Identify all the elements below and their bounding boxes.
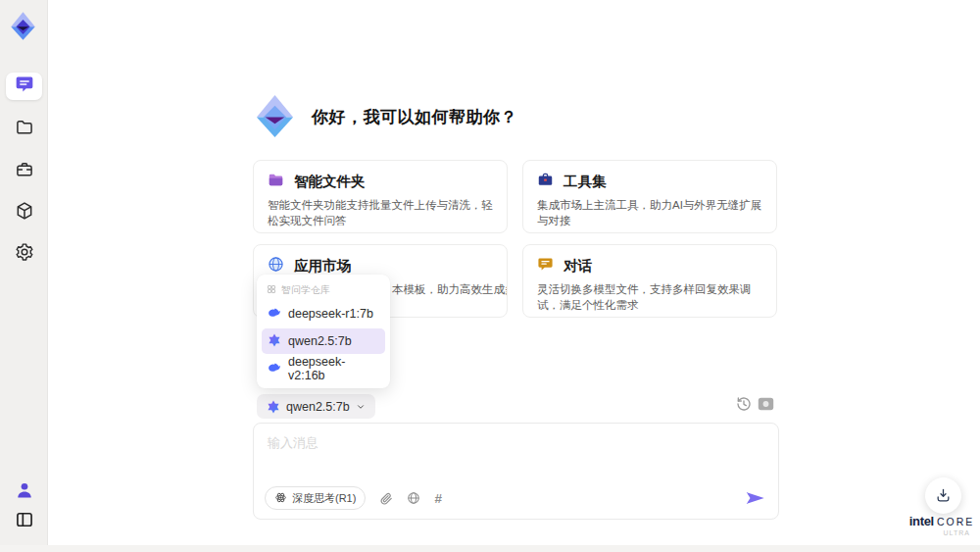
navy-briefcase-icon xyxy=(537,172,554,192)
web-search-button[interactable] xyxy=(407,491,420,505)
screen-record-icon xyxy=(758,397,774,411)
deep-think-toggle[interactable]: 深度思考(R1) xyxy=(265,486,366,510)
attach-file-button[interactable] xyxy=(379,491,393,505)
model-selector-label: qwen2.5:7b xyxy=(286,400,350,414)
model-dropdown-header-label: 智问学仓库 xyxy=(281,283,330,297)
model-option-label: qwen2.5:7b xyxy=(288,334,352,348)
sidebar xyxy=(0,0,48,552)
model-option-qwen[interactable]: qwen2.5:7b xyxy=(262,328,385,354)
model-dropdown-header: 智问学仓库 xyxy=(262,279,385,299)
intel-core-badge: intel core ultra xyxy=(906,514,978,536)
sidebar-item-models[interactable] xyxy=(6,199,42,226)
download-icon xyxy=(935,487,952,504)
briefcase-icon xyxy=(15,160,34,183)
purple-folder-icon xyxy=(268,172,284,192)
sidebar-item-folders[interactable] xyxy=(6,116,42,143)
layout-panel-icon xyxy=(15,510,34,533)
intel-product-text: core xyxy=(937,516,974,527)
sidebar-item-settings[interactable] xyxy=(6,240,42,268)
globe-icon xyxy=(407,491,420,505)
greeting-text: 你好，我可以如何帮助你？ xyxy=(312,106,517,128)
prompt-library-button[interactable]: # xyxy=(434,491,442,506)
card-title: 应用市场 xyxy=(294,257,351,276)
history-button[interactable] xyxy=(736,396,752,412)
window-bottom-edge xyxy=(0,545,980,552)
model-option-label: deepseek-r1:7b xyxy=(288,307,373,321)
cube-icon xyxy=(15,201,34,225)
send-button[interactable] xyxy=(745,489,765,507)
input-toolbar: 深度思考(R1) # xyxy=(265,486,765,510)
app-logo-icon xyxy=(8,11,38,41)
paperclip-icon xyxy=(379,491,393,505)
intel-brand-text: intel xyxy=(909,514,934,528)
card-title: 工具集 xyxy=(564,173,607,191)
qwen-logo-icon xyxy=(267,400,280,414)
chat-input-placeholder: 输入消息 xyxy=(268,434,318,452)
model-selector[interactable]: qwen2.5:7b xyxy=(257,394,375,419)
card-description: 智能文件夹功能支持批量文件上传与清洗，轻松实现文件问答 xyxy=(268,197,493,228)
card-title: 智能文件夹 xyxy=(294,173,366,191)
blue-globe-icon xyxy=(268,256,284,276)
sidebar-item-account[interactable] xyxy=(6,478,42,506)
sidebar-item-chat[interactable] xyxy=(6,73,42,100)
model-option-label: deepseek-v2:16b xyxy=(288,355,379,382)
app-window: 你好，我可以如何帮助你？ 智能文件夹 智能文件夹功能支持批量文件上传与清洗，轻松… xyxy=(0,0,980,552)
sidebar-item-toolbox[interactable] xyxy=(6,158,42,185)
hash-icon: # xyxy=(434,491,442,506)
model-option-deepseek-r1[interactable]: deepseek-r1:7b xyxy=(262,301,385,326)
gear-icon xyxy=(15,242,34,266)
greeting-logo-icon xyxy=(252,93,298,139)
folder-icon xyxy=(15,118,34,141)
model-dropdown-menu: 智问学仓库 deepseek-r1:7b qwen2.5:7b xyxy=(257,275,390,388)
card-description-fragment: 本模板，助力高效生成多 xyxy=(392,281,508,297)
intel-tier-text: ultra xyxy=(906,529,978,536)
card-title: 对话 xyxy=(564,257,592,276)
card-toolset[interactable]: 工具集 集成市场上主流工具，助力AI与外界无缝扩展与对接 xyxy=(522,160,777,233)
deep-think-label: 深度思考(R1) xyxy=(292,491,356,506)
grid-icon xyxy=(267,284,276,296)
send-icon xyxy=(745,489,765,507)
download-button[interactable] xyxy=(925,477,961,514)
screen-record-button[interactable] xyxy=(758,397,774,411)
user-icon xyxy=(15,480,34,504)
history-icon xyxy=(736,396,752,412)
atom-icon xyxy=(274,491,287,506)
sidebar-item-collapse[interactable] xyxy=(6,508,42,535)
model-option-deepseek-v2[interactable]: deepseek-v2:16b xyxy=(262,356,385,381)
card-dialogue[interactable]: 对话 灵活切换多模型文件，支持多样回复效果调试，满足个性化需求 xyxy=(522,244,777,318)
qwen-logo-icon xyxy=(268,333,281,350)
chat-input[interactable]: 输入消息 深度思考(R1) xyxy=(253,423,779,520)
card-smart-folder[interactable]: 智能文件夹 智能文件夹功能支持批量文件上传与清洗，轻松实现文件问答 xyxy=(253,160,508,233)
gold-chat-icon xyxy=(537,256,554,276)
chat-icon xyxy=(15,75,34,98)
deepseek-whale-icon xyxy=(268,306,281,323)
deepseek-whale-icon xyxy=(268,361,281,377)
chevron-down-icon xyxy=(356,402,366,412)
card-description: 集成市场上主流工具，助力AI与外界无缝扩展与对接 xyxy=(537,197,762,228)
card-description: 灵活切换多模型文件，支持多样回复效果调试，满足个性化需求 xyxy=(537,281,762,313)
